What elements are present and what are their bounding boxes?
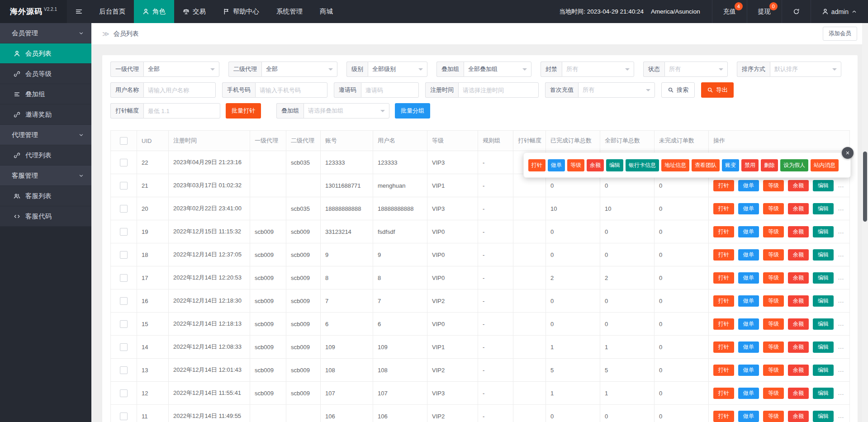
edit-action-button[interactable]: 编辑 — [813, 180, 834, 191]
more-actions-button[interactable]: … — [838, 204, 844, 212]
make-order-action-button[interactable]: 做单 — [738, 318, 759, 330]
batch-group-button[interactable]: 批量分组 — [395, 103, 430, 119]
register-time-input[interactable] — [458, 82, 539, 98]
admin-menu[interactable]: admin — [811, 0, 868, 23]
popup-view-team-button[interactable]: 查看团队 — [692, 159, 720, 171]
popup-bank-card-info-button[interactable]: 银行卡信息 — [626, 159, 659, 171]
popup-make-order-button[interactable]: 做单 — [548, 159, 565, 171]
edit-action-button[interactable]: 编辑 — [813, 318, 834, 330]
popup-set-as-fake-button[interactable]: 设为假人 — [780, 159, 808, 171]
sidebar-item[interactable]: 会员等级 — [0, 64, 91, 84]
popup-account-change-button[interactable]: 账变 — [722, 159, 739, 171]
edit-action-button[interactable]: 编辑 — [813, 295, 834, 307]
popup-delete-button[interactable]: 删除 — [761, 159, 778, 171]
top-menu-item[interactable]: 帮助中心 — [214, 0, 268, 23]
more-actions-button[interactable]: … — [838, 274, 844, 281]
balance-action-button[interactable]: 余额 — [788, 341, 809, 353]
make-order-action-button[interactable]: 做单 — [738, 272, 759, 284]
row-checkbox[interactable] — [120, 228, 128, 236]
agent-level2-select[interactable]: 全部 — [261, 62, 337, 77]
inject-action-button[interactable]: 打针 — [713, 249, 734, 261]
sidebar-item[interactable]: 邀请奖励 — [0, 104, 91, 125]
export-button[interactable]: 导出 — [701, 82, 734, 98]
sort-order-select[interactable]: 默认排序 — [770, 62, 841, 77]
level-action-button[interactable]: 等级 — [763, 318, 784, 330]
make-order-action-button[interactable]: 做单 — [738, 341, 759, 353]
make-order-action-button[interactable]: 做单 — [738, 226, 759, 237]
level-action-button[interactable]: 等级 — [763, 341, 784, 353]
level-action-button[interactable]: 等级 — [763, 180, 784, 191]
username-input[interactable] — [143, 82, 216, 98]
inject-action-button[interactable]: 打针 — [713, 180, 734, 191]
row-checkbox[interactable] — [120, 205, 128, 213]
sidebar-toggle-button[interactable] — [67, 0, 90, 23]
sidebar-group[interactable]: 会员管理 — [0, 23, 91, 43]
search-button[interactable]: 搜索 — [661, 82, 695, 98]
inject-action-button[interactable]: 打针 — [713, 318, 734, 330]
edit-action-button[interactable]: 编辑 — [813, 203, 834, 214]
status-select[interactable]: 所有 — [664, 62, 728, 77]
more-actions-button[interactable]: … — [838, 343, 844, 350]
make-order-action-button[interactable]: 做单 — [738, 365, 759, 376]
row-checkbox[interactable] — [120, 366, 128, 374]
withdraw-link[interactable]: 提现 0 — [747, 0, 782, 23]
popup-site-message-button[interactable]: 站内消息 — [811, 159, 839, 171]
batch-inject-button[interactable]: 批量打针 — [226, 103, 261, 119]
popup-balance-button[interactable]: 余额 — [587, 159, 604, 171]
balance-action-button[interactable]: 余额 — [788, 318, 809, 330]
row-checkbox[interactable] — [120, 159, 128, 166]
top-menu-item[interactable]: 商城 — [311, 0, 342, 23]
level-action-button[interactable]: 等级 — [763, 226, 784, 237]
more-actions-button[interactable]: … — [838, 181, 844, 189]
make-order-action-button[interactable]: 做单 — [738, 295, 759, 307]
inject-range-input[interactable] — [143, 103, 220, 119]
inject-action-button[interactable]: 打针 — [713, 295, 734, 307]
batch-overlay-group-select[interactable]: 请选择叠加组 — [304, 103, 389, 119]
sidebar-group[interactable]: 客服管理 — [0, 166, 91, 186]
balance-action-button[interactable]: 余额 — [788, 388, 809, 399]
edit-action-button[interactable]: 编辑 — [813, 365, 834, 376]
row-checkbox[interactable] — [120, 251, 128, 259]
popup-inject-button[interactable]: 打针 — [528, 159, 545, 171]
sidebar-item[interactable]: 会员列表 — [0, 43, 91, 64]
row-checkbox[interactable] — [120, 320, 128, 328]
first-recharge-select[interactable]: 所有 — [578, 82, 655, 98]
edit-action-button[interactable]: 编辑 — [813, 226, 834, 237]
inject-action-button[interactable]: 打针 — [713, 388, 734, 399]
balance-action-button[interactable]: 余额 — [788, 180, 809, 191]
make-order-action-button[interactable]: 做单 — [738, 249, 759, 261]
level-action-button[interactable]: 等级 — [763, 272, 784, 284]
level-action-button[interactable]: 等级 — [763, 203, 784, 214]
top-menu-item[interactable]: 交易 — [174, 0, 214, 23]
popup-disable-button[interactable]: 禁用 — [741, 159, 759, 171]
edit-action-button[interactable]: 编辑 — [813, 341, 834, 353]
popup-edit-button[interactable]: 编辑 — [606, 159, 623, 171]
inject-action-button[interactable]: 打针 — [713, 341, 734, 353]
make-order-action-button[interactable]: 做单 — [738, 388, 759, 399]
sidebar-item[interactable]: 叠加组 — [0, 84, 91, 104]
make-order-action-button[interactable]: 做单 — [738, 203, 759, 214]
row-checkbox[interactable] — [120, 389, 128, 397]
top-menu-item[interactable]: 系统管理 — [268, 0, 311, 23]
edit-action-button[interactable]: 编辑 — [813, 388, 834, 399]
select-all-checkbox[interactable] — [120, 137, 128, 145]
balance-action-button[interactable]: 余额 — [788, 203, 809, 214]
overlay-group-select[interactable]: 全部叠加组 — [464, 62, 531, 77]
scrollbar-thumb[interactable] — [863, 152, 867, 222]
sidebar-item[interactable]: 代理列表 — [0, 145, 91, 166]
balance-action-button[interactable]: 余额 — [788, 411, 809, 422]
balance-action-button[interactable]: 余额 — [788, 295, 809, 307]
edit-action-button[interactable]: 编辑 — [813, 272, 834, 284]
recharge-link[interactable]: 充值 4 — [712, 0, 747, 23]
sidebar-item[interactable]: 客服代码 — [0, 206, 91, 227]
refresh-button[interactable] — [782, 0, 811, 23]
level-action-button[interactable]: 等级 — [763, 388, 784, 399]
level-action-button[interactable]: 等级 — [763, 365, 784, 376]
more-actions-button[interactable]: … — [838, 251, 844, 258]
inject-action-button[interactable]: 打针 — [713, 411, 734, 422]
invite-code-input[interactable] — [361, 82, 419, 98]
top-menu-item[interactable]: 后台首页 — [90, 0, 134, 23]
ban-status-select[interactable]: 所有 — [562, 62, 634, 77]
level-action-button[interactable]: 等级 — [763, 249, 784, 261]
level-action-button[interactable]: 等级 — [763, 411, 784, 422]
